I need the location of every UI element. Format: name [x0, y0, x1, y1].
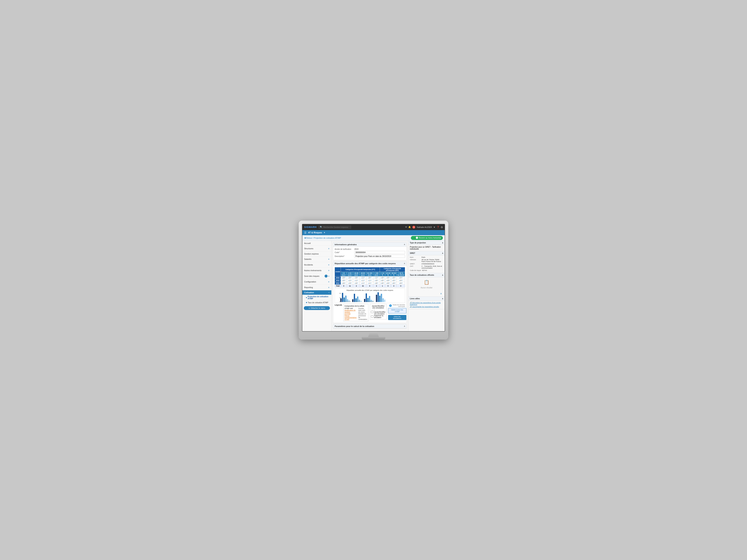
sidebar: Accueil Structures + Gestion express Sal…	[302, 241, 332, 331]
hamburger-icon[interactable]: ☰	[304, 231, 307, 234]
dot-icon	[306, 297, 307, 298]
repartition-title: Répartition annuelle des AT/MP par catég…	[335, 262, 396, 264]
arrow-up[interactable]: ▲	[342, 277, 343, 278]
user-name: Nathalie AUZIER	[417, 226, 432, 228]
stand-neck	[368, 332, 379, 337]
download-icon[interactable]: ⬇	[440, 293, 442, 295]
download-area: ⬇	[410, 292, 443, 296]
parametres-header[interactable]: Paramètres pour le calcul de la cotisati…	[333, 324, 407, 328]
type-projection-card: Type de projection ∧ Projection pour un …	[408, 241, 445, 251]
sidebar-item-suivi[interactable]: Suivi des risques ↑ +	[302, 273, 331, 279]
link-sauvegarder[interactable]: 🔗 Sauvegarder les paramètres simulés	[410, 306, 443, 308]
code-row: Code*	[335, 251, 405, 254]
stand-base	[362, 337, 385, 339]
year-2015: 2015	[335, 279, 341, 282]
search-input[interactable]	[323, 226, 349, 228]
siret-risque-row: Code de risque: 927AA	[410, 270, 443, 271]
simulation-title: Ajouter/Modifier une simulation	[371, 305, 386, 309]
back-arrow-icon: ◀	[304, 237, 306, 239]
risque-value: 927AA	[422, 270, 427, 271]
screen: SIGMARH 🔍 ✉ 🔔 26 Nathalie AUZIER ▼ ❓ ⏻ ☰…	[302, 224, 445, 332]
svg-rect-2	[343, 298, 345, 302]
logo: SIGMARH	[304, 226, 316, 228]
cnt-value: C - Transports, EGE, livre et communicat…	[421, 265, 443, 269]
siret-title: SIRET	[410, 252, 415, 254]
supprimer-checkbox[interactable]	[371, 315, 373, 318]
type-projection-header[interactable]: Type de projection ∧	[408, 241, 445, 245]
mail-icon[interactable]: ✉	[405, 226, 407, 228]
plus-icon: +	[328, 286, 330, 289]
chart-area: Répartition annuelle des AT/MP par catég…	[335, 288, 405, 303]
module-dropdown[interactable]: ▼	[324, 232, 325, 234]
cnt-label: CNT:	[410, 265, 421, 269]
gerer-simulations-button[interactable]: Gérer les simulations	[388, 315, 406, 320]
sidebar-item-gestion[interactable]: Gestion express	[302, 251, 331, 256]
return-menu-button[interactable]: Revenir au menu horizontal	[411, 236, 443, 240]
logout-icon[interactable]: ⏻	[441, 226, 443, 228]
minus-icon: −	[329, 291, 330, 294]
sidebar-sub-taux[interactable]: Taux de cotisation AT/MP	[302, 301, 331, 305]
repartition-body: Année Catégories d'incapacité temporaire…	[333, 266, 407, 323]
collapse-icon: ∧	[442, 274, 443, 276]
desc-label: Description*	[335, 255, 353, 257]
col-annee: Année	[335, 267, 341, 276]
main-layout: Accueil Structures + Gestion express Sal…	[302, 241, 445, 331]
sidebar-item-accueil[interactable]: Accueil	[302, 241, 331, 246]
table-row: 2016 ▲0▼ ▲0▼ ▲0▼ ▲1▼ ▲0▼ ▲1▼ ▲0▼ ▲0▼	[335, 276, 405, 279]
plus-icon: +	[328, 247, 330, 250]
detach-menu-button[interactable]: ⊙ Détacher le menu	[304, 306, 330, 310]
svg-text:14: 14	[339, 297, 341, 299]
maj-button[interactable]: Mettre à jour les AT/MP	[388, 308, 406, 313]
col-10-19: 10-19 %	[385, 272, 391, 276]
checkbox-ajouter: ↑ Ajouter/Modifier une simulation	[371, 309, 386, 315]
col-91-150: 91-150 jours	[366, 272, 373, 276]
code-input[interactable]	[354, 251, 405, 254]
desc-input[interactable]	[354, 255, 405, 258]
type-projection-value: Projection pour un SIRET - Tarification …	[410, 246, 441, 250]
sidebar-item-structures[interactable]: Structures +	[302, 246, 331, 251]
siret-header[interactable]: SIRET ∧	[408, 251, 445, 255]
no-result-icon: 📋	[424, 280, 429, 285]
sidebar-item-salaries[interactable]: Salariés +	[302, 256, 331, 262]
collapse-icon: ∧	[442, 252, 443, 254]
pieces-link[interactable]: Pièces supplémentaires AT/MP	[344, 315, 357, 320]
liens-header[interactable]: Liens utiles ∧	[408, 297, 445, 301]
siret-nom-row: Nom: Paris	[410, 256, 443, 258]
section-label: Cotisation	[304, 291, 314, 294]
sidebar-sub-projection[interactable]: Projection de cotisation AT/MP	[302, 295, 331, 301]
plus-icon: +	[328, 280, 330, 283]
user-dropdown[interactable]: ▼	[433, 226, 435, 228]
sidebar-item-accidents[interactable]: Accidents +	[302, 262, 331, 268]
modif-link[interactable]: Modification du nombre d'AT/MP	[344, 309, 357, 315]
svg-text:21: 21	[339, 293, 341, 294]
info-generale-body: Année de tarification 2019 Code* Descrip…	[333, 247, 407, 260]
plus-icon: +	[328, 269, 330, 272]
info-generale-header[interactable]: Informations générales ∧	[333, 243, 407, 247]
sidebar-item-config[interactable]: Configuration +	[302, 279, 331, 285]
col-10: < 10 %	[380, 272, 385, 276]
liens-card: Liens utiles ∧ 🔗 Récupérer les paramètre…	[408, 297, 445, 309]
svg-text:ITT 4-15: ITT 4-15	[356, 301, 360, 302]
monitor: SIGMARH 🔍 ✉ 🔔 26 Nathalie AUZIER ▼ ❓ ⏻ ☰…	[299, 221, 448, 339]
type-projection-title: Type de projection	[410, 242, 426, 244]
collapse-icon: ∧	[442, 242, 443, 244]
siret-label: SIRET:	[410, 263, 421, 265]
back-button[interactable]: ◀ Retour / Projection de cotisation AT/M…	[304, 237, 341, 239]
svg-rect-22	[382, 298, 384, 302]
bell-icon[interactable]: 🔔	[408, 226, 411, 228]
siret-number: 47845506000033	[421, 263, 434, 265]
nom-label: Nom:	[410, 256, 421, 258]
help-icon[interactable]: ❓	[437, 226, 439, 228]
legend-composition: Légende Composition de la cellule AT/MP …	[335, 304, 405, 321]
repartition-header[interactable]: Répartition annuelle des AT/MP par catég…	[333, 261, 407, 266]
sidebar-item-reporting[interactable]: Reporting +	[302, 285, 331, 290]
ajouter-checkbox[interactable]	[371, 311, 373, 313]
taux-header[interactable]: Taux de cotisations officiels ∧	[408, 273, 445, 277]
search-bar[interactable]: 🔍	[318, 225, 351, 229]
link-recuperer[interactable]: 🔗 Récupérer les paramètres d'une année a…	[410, 302, 443, 305]
svg-rect-1	[342, 293, 343, 302]
col-0-3: 0-3 jours	[341, 272, 347, 276]
sidebar-item-autres[interactable]: Autres événements +	[302, 268, 331, 273]
arrow-down[interactable]: ▼	[344, 277, 345, 278]
plus-icon: +	[328, 263, 330, 266]
